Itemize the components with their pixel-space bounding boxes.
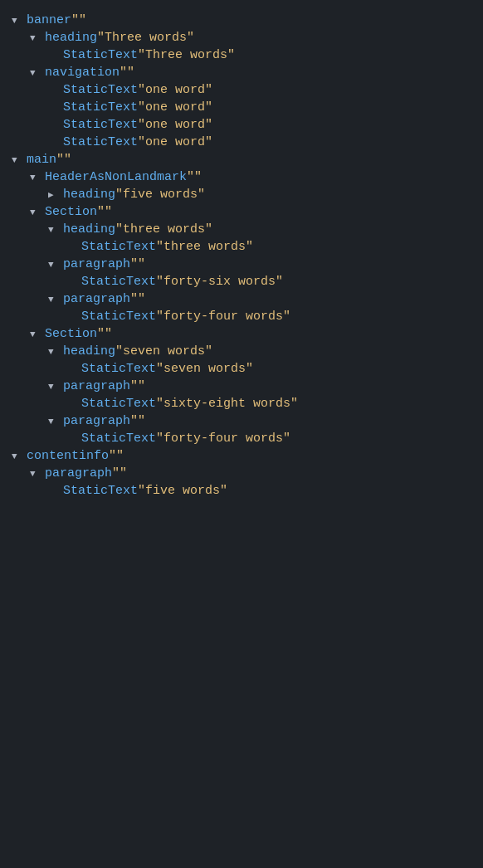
tree-row: StaticText "forty-six words" (0, 273, 483, 290)
node-label: "" (56, 153, 71, 167)
node-type: navigation (45, 66, 120, 80)
tree-row[interactable]: Section "" (0, 203, 483, 221)
tree-item: StaticText "forty-four words" (0, 308, 483, 325)
tree-row[interactable]: paragraph "" (0, 412, 483, 430)
tree-item: StaticText "forty-four words" (0, 430, 483, 447)
tree-row[interactable]: paragraph "" (0, 378, 483, 395)
node-type: StaticText (63, 48, 138, 62)
node-type: StaticText (81, 310, 156, 324)
tree-item: StaticText "one word" (0, 116, 483, 134)
tree-row: StaticText "Three words" (0, 46, 483, 64)
tree-row[interactable]: paragraph "" (0, 465, 483, 482)
tree-item: StaticText "seven words" (0, 360, 483, 378)
node-type: heading (63, 188, 115, 202)
node-type: heading (45, 31, 97, 45)
tree-row[interactable]: heading "five words" (0, 186, 483, 203)
tree-row: StaticText "one word" (0, 134, 483, 151)
node-type: paragraph (63, 379, 130, 393)
tree-item: Section ""heading "three words"StaticTex… (0, 203, 483, 325)
tree-item: StaticText "sixty-eight words" (0, 395, 483, 412)
tree-toggle-icon[interactable] (48, 347, 60, 357)
tree-item: HeaderAsNonLandmark ""heading "five word… (0, 168, 483, 203)
node-type: paragraph (63, 414, 130, 428)
node-type: paragraph (63, 257, 130, 271)
node-type: StaticText (81, 397, 156, 411)
tree-item: paragraph ""StaticText "forty-six words" (0, 256, 483, 290)
tree-item: contentinfo ""paragraph ""StaticText "fi… (0, 447, 483, 500)
node-label: "" (120, 66, 134, 80)
tree-row[interactable]: Section "" (0, 325, 483, 343)
node-type: heading (63, 344, 115, 358)
tree-toggle-icon[interactable] (48, 382, 60, 392)
tree-row[interactable]: HeaderAsNonLandmark "" (0, 168, 483, 186)
node-type: paragraph (63, 292, 130, 306)
tree-toggle-icon[interactable] (48, 189, 60, 200)
tree-row: StaticText "forty-four words" (0, 430, 483, 447)
node-type: main (27, 153, 56, 167)
node-label: "five words" (138, 484, 227, 498)
tree-item: banner ""heading "Three words"StaticText… (0, 12, 483, 151)
tree-row: StaticText "five words" (0, 482, 483, 500)
tree-row: StaticText "one word" (0, 116, 483, 134)
tree-item: paragraph ""StaticText "forty-four words… (0, 412, 483, 447)
tree-toggle-icon[interactable] (48, 260, 60, 270)
tree-row: StaticText "sixty-eight words" (0, 395, 483, 412)
node-type: StaticText (63, 118, 138, 132)
node-type: StaticText (81, 240, 156, 254)
node-label: "five words" (115, 188, 205, 202)
tree-toggle-icon[interactable] (30, 68, 41, 78)
tree-item: navigation ""StaticText "one word"Static… (0, 64, 483, 151)
tree-row[interactable]: contentinfo "" (0, 447, 483, 465)
tree-row[interactable]: heading "seven words" (0, 343, 483, 360)
tree-toggle-icon[interactable] (12, 451, 23, 461)
tree-toggle-icon[interactable] (12, 155, 23, 165)
tree-toggle-icon[interactable] (30, 469, 41, 479)
node-label: "Three words" (138, 48, 235, 62)
node-label: "seven words" (115, 344, 212, 358)
tree-row: StaticText "seven words" (0, 360, 483, 378)
tree-toggle-icon[interactable] (48, 295, 60, 305)
tree-row[interactable]: heading "three words" (0, 221, 483, 238)
node-type: Section (45, 327, 97, 341)
tree-row[interactable]: heading "Three words" (0, 29, 483, 46)
tree-item: main ""HeaderAsNonLandmark ""heading "fi… (0, 151, 483, 447)
node-label: "" (130, 414, 145, 428)
node-label: "one word" (138, 118, 212, 132)
node-label: "" (109, 449, 124, 463)
tree-toggle-icon[interactable] (48, 417, 60, 427)
tree-row[interactable]: navigation "" (0, 64, 483, 81)
tree-row[interactable]: paragraph "" (0, 290, 483, 308)
node-type: StaticText (81, 432, 156, 446)
node-type: banner (27, 13, 71, 27)
tree-row[interactable]: main "" (0, 151, 483, 168)
node-label: "forty-four words" (156, 432, 290, 446)
tree-item: Section ""heading "seven words"StaticTex… (0, 325, 483, 447)
tree-item: paragraph ""StaticText "five words" (0, 465, 483, 500)
node-label: "three words" (115, 222, 212, 237)
tree-toggle-icon[interactable] (12, 16, 23, 26)
node-label: "" (112, 466, 127, 480)
node-label: "one word" (138, 83, 212, 97)
tree-row[interactable]: banner "" (0, 12, 483, 29)
node-type: StaticText (63, 484, 138, 498)
node-label: "one word" (138, 100, 212, 115)
tree-item: heading "three words"StaticText "three w… (0, 221, 483, 256)
tree-row: StaticText "one word" (0, 99, 483, 116)
tree-row[interactable]: paragraph "" (0, 256, 483, 273)
tree-toggle-icon[interactable] (30, 329, 41, 339)
node-label: "Three words" (97, 31, 194, 45)
node-label: "" (187, 170, 202, 184)
tree-toggle-icon[interactable] (30, 173, 41, 183)
tree-toggle-icon[interactable] (30, 207, 41, 217)
tree-item: StaticText "one word" (0, 134, 483, 151)
tree-item: StaticText "forty-six words" (0, 273, 483, 290)
tree-item: paragraph ""StaticText "forty-four words… (0, 290, 483, 325)
tree-toggle-icon[interactable] (48, 225, 60, 235)
tree-item: StaticText "one word" (0, 99, 483, 116)
tree-row: StaticText "one word" (0, 81, 483, 99)
tree-toggle-icon[interactable] (30, 33, 41, 43)
tree-item: paragraph ""StaticText "sixty-eight word… (0, 378, 483, 412)
tree-item: heading "five words" (0, 186, 483, 203)
node-label: "" (130, 292, 145, 306)
tree-row: StaticText "forty-four words" (0, 308, 483, 325)
